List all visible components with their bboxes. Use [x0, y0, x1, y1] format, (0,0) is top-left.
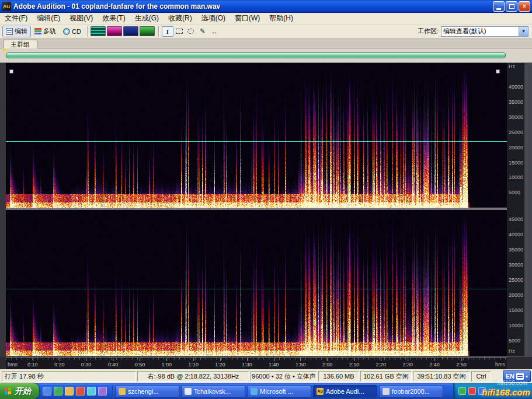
status-file-size: 136.60 MB	[318, 371, 359, 382]
task-label: szchengi...	[128, 388, 159, 395]
time-tick: 2:20	[376, 362, 387, 368]
tray-icon-1[interactable]	[468, 387, 476, 395]
spectral-display-area: Hz40000350003000025000200001500010000500…	[0, 62, 532, 357]
display-left-edge	[0, 63, 6, 357]
effects-paintbrush-tool[interactable]: ✎	[197, 26, 208, 37]
taskbar-task-2[interactable]: Microsoft ...	[247, 385, 311, 398]
menu-item-1[interactable]: 编辑(E)	[32, 12, 65, 24]
close-button[interactable]: ×	[519, 1, 530, 12]
spectral-display-button[interactable]	[107, 26, 122, 36]
language-indicator[interactable]: EN	[506, 373, 514, 380]
multitrack-view-button[interactable]: 多轨	[31, 26, 60, 37]
quicklaunch-icon-2[interactable]	[65, 387, 74, 396]
range-handle-top-left[interactable]	[9, 69, 13, 74]
workspace-label: 工作区:	[418, 27, 439, 36]
app-icon: Au	[2, 2, 11, 11]
time-tick: 0:10	[27, 362, 38, 368]
task-label: Tchaikovsk...	[194, 388, 231, 395]
freq-tick: 5000	[509, 190, 520, 195]
time-selection-tool[interactable]: I	[162, 26, 173, 37]
quicklaunch-icon-3[interactable]	[76, 387, 85, 396]
start-button[interactable]: 开始	[0, 383, 39, 399]
menu-item-6[interactable]: 选项(O)	[197, 12, 230, 24]
taskbar-task-1[interactable]: Tchaikovsk...	[181, 385, 245, 398]
status-format-info: 96000 • 32 位 • 立体声	[251, 371, 317, 382]
time-tick: 2:30	[402, 362, 413, 368]
menu-item-4[interactable]: 生成(G)	[130, 12, 164, 24]
toolbar-separator	[87, 26, 88, 37]
overview-bar	[0, 48, 532, 62]
workspace-dropdown[interactable]: 编辑查看(默认) ▼	[441, 26, 528, 37]
scrub-tool[interactable]: ↔	[208, 26, 220, 37]
file-tab[interactable]: 主群组	[3, 40, 37, 49]
task-icon	[251, 388, 258, 395]
taskbar-task-4[interactable]: foobar2000...	[379, 385, 443, 398]
ibeam-icon: I	[166, 28, 169, 35]
minimize-button[interactable]	[493, 1, 505, 12]
quicklaunch-icon-0[interactable]	[43, 387, 51, 396]
spectral-pan-display-button[interactable]	[123, 26, 138, 36]
time-tick: 0:30	[81, 362, 92, 368]
freq-tick: 40000	[509, 232, 523, 237]
status-modifier-key: Ctrl	[471, 371, 491, 382]
quicklaunch-icon-5[interactable]	[98, 387, 107, 396]
adobe-audition-window: Au Adobe Audition - 01 copland-fanfare f…	[0, 0, 532, 399]
freq-tick: 45000	[509, 217, 523, 222]
horizontal-portion-bar[interactable]	[6, 52, 506, 58]
maximize-button[interactable]	[506, 1, 517, 12]
freq-tick: 30000	[509, 115, 523, 120]
file-tab-strip: 主群组	[0, 38, 532, 48]
taskbar-task-3[interactable]: AuAdobe Audi...	[313, 385, 377, 398]
range-handle-top-right[interactable]	[496, 69, 500, 74]
menu-item-7[interactable]: 窗口(W)	[230, 12, 265, 24]
waveform-display-button[interactable]	[91, 26, 106, 36]
time-ruler-row: hms0:100:200:300:400:501:001:101:201:301…	[0, 357, 532, 369]
edit-view-button[interactable]: 编辑	[2, 26, 31, 37]
language-options-arrow-icon[interactable]: ▾	[526, 374, 528, 379]
cd-view-button[interactable]: CD	[60, 26, 85, 37]
quick-launch-area	[39, 387, 110, 396]
watermark: hifi168.com	[482, 387, 530, 397]
windows-flag-icon	[5, 387, 12, 395]
quicklaunch-icon-4[interactable]	[87, 387, 96, 396]
spectral-phase-display-button[interactable]	[140, 26, 155, 36]
time-ruler[interactable]: hms0:100:200:300:400:501:001:101:201:301…	[6, 357, 507, 369]
task-icon: Au	[317, 388, 324, 395]
menu-item-5[interactable]: 收藏(R)	[164, 12, 197, 24]
menu-item-3[interactable]: 效果(T)	[98, 12, 130, 24]
time-tick: 2:10	[349, 362, 360, 368]
display-right-edge	[524, 63, 532, 357]
quicklaunch-icon-1[interactable]	[54, 387, 62, 396]
playhead-marker-icon[interactable]	[4, 49, 7, 52]
marquee-selection-tool[interactable]	[173, 26, 185, 37]
time-tick: 1:00	[162, 362, 172, 368]
time-unit-left: hms	[8, 362, 18, 368]
menu-item-2[interactable]: 视图(V)	[65, 12, 98, 24]
freq-tick: 15000	[509, 160, 523, 166]
freq-tick: 20000	[509, 145, 523, 150]
freq-tick: 15000	[509, 308, 523, 313]
menu-item-8[interactable]: 帮助(H)	[265, 12, 298, 24]
keyboard-icon[interactable]	[516, 373, 524, 380]
time-tick: 0:50	[135, 362, 145, 368]
taskbar-separator	[112, 386, 113, 397]
taskbar-task-0[interactable]: szchengi...	[115, 385, 179, 398]
freq-unit-bottom: Hz	[509, 349, 515, 354]
marquee-icon	[176, 29, 183, 34]
multitrack-icon	[34, 28, 41, 35]
time-tick: 2:00	[322, 362, 333, 368]
menu-item-0[interactable]: 文件(F)	[0, 12, 32, 24]
menu-bar: 文件(F)编辑(E)视图(V)效果(T)生成(G)收藏(R)选项(O)窗口(W)…	[0, 13, 532, 24]
time-tick: 0:40	[108, 362, 119, 368]
time-unit-right: hms	[495, 362, 505, 368]
workspace-value: 编辑查看(默认)	[441, 27, 519, 36]
tray-icon-0[interactable]	[458, 387, 466, 395]
lasso-selection-tool[interactable]	[185, 26, 197, 37]
cd-icon	[63, 28, 70, 35]
spectrogram-canvas[interactable]	[6, 63, 507, 356]
task-button-area: szchengi...Tchaikovsk...Microsoft ...AuA…	[115, 385, 453, 398]
multitrack-label: 多轨	[43, 27, 56, 36]
frequency-ruler[interactable]: Hz40000350003000025000200001500010000500…	[507, 63, 524, 356]
freq-tick: 35000	[509, 247, 523, 253]
freq-tick: 10000	[509, 175, 523, 180]
